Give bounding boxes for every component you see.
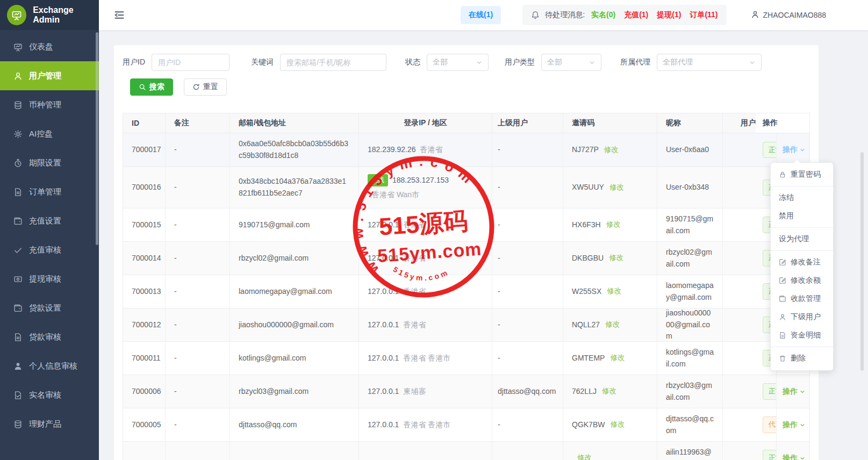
menu-item[interactable]: 收款管理 <box>771 290 833 308</box>
menu-item[interactable]: 冻结 <box>771 189 833 207</box>
table-row: 7000017 - 0x6aa0e50afc8bcb0a03b55d6b3c59… <box>123 133 809 167</box>
modify-invite-link[interactable]: 修改 <box>607 286 621 297</box>
modify-invite-link[interactable]: 修改 <box>605 319 620 330</box>
sidebar-item[interactable]: AI控盘 <box>0 119 99 148</box>
page-scrollbar-thumb[interactable] <box>860 152 864 371</box>
nickname: User-0xb348 <box>666 182 709 193</box>
menu-item[interactable]: 下级用户 <box>771 308 833 326</box>
user-management-card: 用户ID 关键词 状态 全部 用户类型 全部 <box>114 45 819 460</box>
modify-invite-link[interactable]: 修改 <box>604 145 619 156</box>
modify-invite-link[interactable]: 修改 <box>606 219 621 231</box>
modify-invite-link[interactable]: 修改 <box>610 419 625 430</box>
pending-messages-label: 待处理消息: <box>545 10 585 20</box>
user-id: 7000006 <box>132 386 161 398</box>
users-table: ID 备注 邮箱/钱包地址 登录IP / 地区 上级用户 邀请码 昵称 用户状态… <box>123 113 810 460</box>
parent-user: - <box>498 182 500 193</box>
invite-code: NJ727P <box>572 144 599 156</box>
keyword-input[interactable] <box>280 54 386 71</box>
user-account[interactable]: ZHAOCAIMAO888 <box>751 10 826 20</box>
user-note: - <box>174 419 177 431</box>
users-icon <box>13 71 23 81</box>
header-action: 操作 <box>756 113 809 133</box>
sidebar-item[interactable]: 用户管理 <box>0 61 99 90</box>
login-region: 香港省 <box>420 144 443 156</box>
user-id: 7000016 <box>132 182 161 193</box>
status-badge: 正常 <box>763 142 777 158</box>
sidebar-item-label: 贷款审核 <box>29 332 61 342</box>
sidebar-item[interactable]: 理财产品 <box>0 409 99 439</box>
menu-item[interactable]: 修改余额 <box>771 271 833 290</box>
action-dropdown-link[interactable]: 操作 <box>783 145 806 155</box>
menu-item[interactable]: 删除 <box>771 349 833 368</box>
sidebar: Exchange Admin 仪表盘用户管理币种管理AI控盘期限设置订单管理充值… <box>0 0 99 460</box>
menu-item[interactable]: 修改备注 <box>771 253 833 271</box>
sidebar-item[interactable]: 充值审核 <box>0 235 99 264</box>
filter-buttons-row: 搜索 重置 <box>123 78 810 96</box>
user-account-address: 0xb348cbc104a376a7aa2833e1821fb611b5e2ae… <box>239 176 350 199</box>
modify-invite-link[interactable]: 修改 <box>609 253 623 264</box>
sidebar-item-label: 币种管理 <box>29 100 61 110</box>
chevron-down-icon <box>799 389 806 395</box>
login-ip: 127.0.0.1 <box>368 253 399 264</box>
action-dropdown-link[interactable]: 操作 <box>783 387 806 397</box>
status-select[interactable]: 全部 <box>427 54 489 71</box>
sidebar-item[interactable]: 贷款审核 <box>0 322 99 351</box>
sidebar-item-label: 贷款设置 <box>29 303 61 313</box>
modify-invite-link[interactable]: 修改 <box>610 353 625 364</box>
invite-code: NQLL27 <box>572 319 600 331</box>
sidebar-item[interactable]: 充值设置 <box>0 206 99 235</box>
invite-code: XW5UUY <box>572 182 604 193</box>
nickname: 9190715@gmail.com <box>666 213 714 236</box>
online-users-badge[interactable]: 在线(1) <box>461 6 501 24</box>
menu-collapse-icon[interactable] <box>114 10 125 20</box>
sidebar-item-label: 充值设置 <box>29 216 61 226</box>
pending-message[interactable]: 实名(0) <box>591 10 615 20</box>
parent-user: - <box>498 419 500 431</box>
menu-item[interactable]: 重置密码 <box>771 166 833 184</box>
modify-invite-link[interactable]: 修改 <box>577 452 592 460</box>
menu-item[interactable]: 禁用 <box>771 207 833 225</box>
sidebar-item[interactable]: 提现审核 <box>0 264 99 293</box>
stopwatch-icon <box>13 159 23 168</box>
modify-invite-link[interactable]: 修改 <box>609 182 624 193</box>
sidebar-item[interactable]: 期限设置 <box>0 148 99 177</box>
menu-item[interactable]: 设为代理 <box>771 230 833 248</box>
id-check-icon <box>13 391 23 400</box>
nickname: jiaoshou000000@gmail.com <box>666 307 714 342</box>
login-ip: 127.0.0.1 <box>368 353 399 364</box>
login-ip: 127.0.0.1 <box>368 219 399 231</box>
modify-invite-link[interactable]: 修改 <box>602 386 616 397</box>
action-dropdown-link[interactable]: 操作 <box>783 454 806 460</box>
search-button[interactable]: 搜索 <box>130 78 173 96</box>
sidebar-scrollbar-thumb[interactable] <box>96 32 98 245</box>
user-note: - <box>174 144 177 156</box>
sidebar-item[interactable]: 实名审核 <box>0 380 99 409</box>
sidebar-item-label: AI控盘 <box>29 129 53 139</box>
parent-user: - <box>498 319 500 331</box>
person-filled-icon <box>13 362 23 371</box>
sidebar-item[interactable]: 币种管理 <box>0 90 99 119</box>
login-region: 香港省 香港市 <box>403 353 450 364</box>
sidebar-item[interactable]: 个人信息审核 <box>0 351 99 380</box>
user-account-address: 0x6aa0e50afc8bcb0a03b55d6b3c59b30f8d18d1… <box>239 138 350 161</box>
sidebar-item[interactable]: 仪表盘 <box>0 32 99 61</box>
user-type-select[interactable]: 全部 <box>541 54 601 71</box>
user-id: 7000014 <box>132 253 161 264</box>
user-note: - <box>174 219 177 231</box>
header-account: 邮箱/钱包地址 <box>230 113 359 133</box>
user-id-input[interactable] <box>152 54 229 71</box>
banknote-icon <box>13 275 23 284</box>
sidebar-item[interactable]: 贷款设置 <box>0 293 99 322</box>
sidebar-item[interactable]: 订单管理 <box>0 177 99 206</box>
login-ip: 127.0.0.1 <box>368 286 399 298</box>
sidebar-item-label: 个人信息审核 <box>29 361 77 371</box>
menu-item[interactable]: 资金明细 <box>771 326 833 344</box>
action-dropdown-link[interactable]: 操作 <box>783 420 806 430</box>
online-badge: 在线 <box>368 174 388 186</box>
pending-message[interactable]: 充值(1) <box>624 10 648 20</box>
reset-button[interactable]: 重置 <box>184 78 227 96</box>
table-row: 7000014 - rbzycl02@gmail.com 127.0.0.1 香… <box>123 242 809 275</box>
pending-message[interactable]: 订单(11) <box>690 10 718 20</box>
pending-message[interactable]: 提现(1) <box>657 10 681 20</box>
agent-select[interactable]: 全部代理 <box>657 54 762 71</box>
